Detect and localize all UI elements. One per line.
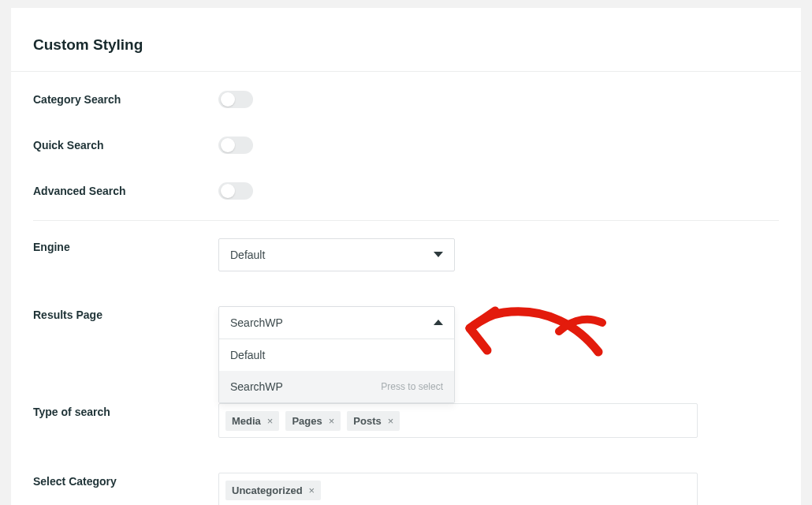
advanced-search-toggle[interactable] — [218, 182, 253, 200]
results-page-option-default[interactable]: Default — [219, 339, 454, 371]
results-page-select-display[interactable]: SearchWP — [219, 307, 454, 339]
svg-marker-1 — [434, 320, 443, 325]
tag-label: Uncategorized — [232, 484, 303, 496]
advanced-search-label: Advanced Search — [33, 185, 126, 197]
row-category-search: Category Search — [33, 77, 779, 122]
quick-search-toggle[interactable] — [218, 137, 253, 154]
toggle-knob — [221, 184, 235, 198]
close-icon[interactable]: × — [309, 484, 315, 496]
results-page-dropdown: Default SearchWP Press to select — [219, 339, 454, 402]
control-col: SearchWP Default SearchWP Press to selec… — [218, 306, 779, 403]
control-col: Uncategorized × — [218, 473, 779, 505]
control-col — [218, 137, 779, 154]
control-col — [218, 91, 779, 108]
control-col: Default — [218, 238, 779, 271]
tag-pages[interactable]: Pages × — [285, 411, 341, 431]
label-col: Results Page — [33, 306, 218, 322]
tag-label: Posts — [353, 415, 381, 427]
close-icon[interactable]: × — [267, 415, 274, 427]
type-of-search-tags[interactable]: Media × Pages × Posts × — [218, 403, 698, 438]
tag-posts[interactable]: Posts × — [347, 411, 400, 431]
row-engine: Engine Default — [33, 221, 779, 289]
quick-search-label: Quick Search — [33, 139, 104, 152]
type-of-search-label: Type of search — [33, 406, 110, 418]
tag-label: Media — [232, 415, 261, 427]
label-col: Select Category — [33, 473, 218, 488]
close-icon[interactable]: × — [388, 415, 394, 427]
engine-select-display[interactable]: Default — [219, 239, 454, 271]
engine-select[interactable]: Default — [218, 238, 455, 271]
results-page-label: Results Page — [33, 309, 102, 321]
select-category-label: Select Category — [33, 475, 117, 488]
option-label: SearchWP — [230, 380, 283, 393]
toggle-knob — [221, 138, 235, 152]
label-col: Advanced Search — [33, 182, 218, 198]
results-page-select[interactable]: SearchWP Default SearchWP Press to selec… — [218, 306, 455, 403]
close-icon[interactable]: × — [329, 415, 335, 427]
svg-marker-0 — [434, 252, 443, 257]
control-col — [218, 182, 779, 200]
engine-selected-value: Default — [230, 249, 265, 261]
label-col: Type of search — [33, 403, 218, 419]
row-advanced-search: Advanced Search — [33, 168, 779, 214]
control-col: Media × Pages × Posts × — [218, 403, 779, 438]
results-page-selected-value: SearchWP — [230, 316, 283, 329]
option-hint: Press to select — [381, 381, 443, 392]
settings-panel: Custom Styling Category Search Quick Sea… — [11, 8, 801, 505]
tag-uncategorized[interactable]: Uncategorized × — [225, 481, 321, 500]
tag-media[interactable]: Media × — [225, 411, 279, 431]
label-col: Engine — [33, 238, 218, 254]
page-title: Custom Styling — [33, 36, 779, 54]
category-search-toggle[interactable] — [218, 91, 253, 108]
option-label: Default — [230, 349, 265, 361]
select-category-tags[interactable]: Uncategorized × — [218, 473, 698, 505]
row-select-category: Select Category Uncategorized × — [33, 455, 779, 505]
tag-label: Pages — [292, 415, 322, 427]
category-search-label: Category Search — [33, 93, 121, 106]
engine-label: Engine — [33, 241, 70, 253]
row-quick-search: Quick Search — [33, 122, 779, 168]
chevron-up-icon — [434, 320, 443, 326]
label-col: Quick Search — [33, 137, 218, 152]
panel-header: Custom Styling — [11, 8, 801, 72]
panel-body: Category Search Quick Search Advanced — [11, 72, 801, 505]
results-page-option-searchwp[interactable]: SearchWP Press to select — [219, 371, 454, 402]
chevron-down-icon — [434, 252, 443, 258]
label-col: Category Search — [33, 91, 218, 107]
toggle-knob — [221, 92, 235, 107]
